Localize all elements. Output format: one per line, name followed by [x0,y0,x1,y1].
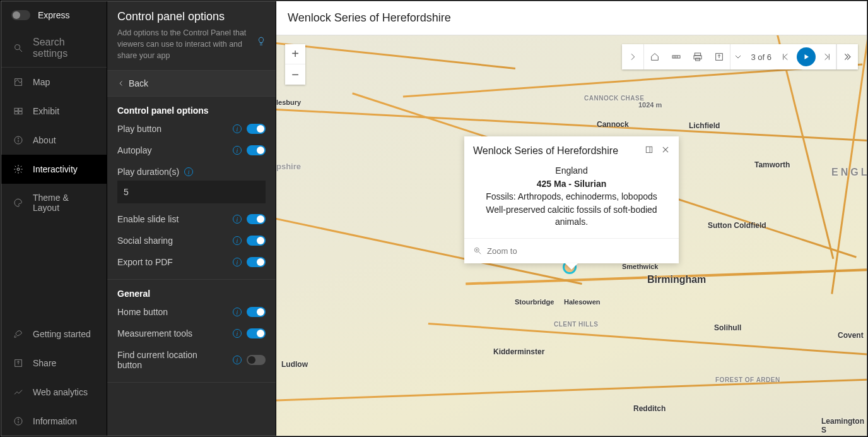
zoom-to-button[interactable]: Zoom to [464,239,679,263]
map-title-bar: Wenlock Series of Herefordshire [276,1,867,35]
popup-line: 425 Ma - Silurian [476,178,667,191]
map-title: Wenlock Series of Herefordshire [288,11,451,25]
map-icon [13,76,24,88]
print-button[interactable] [687,44,708,69]
lightbulb-icon[interactable] [255,35,267,47]
sidebar-item-label: Share [33,358,56,368]
info-icon[interactable]: i [233,308,242,316]
map-label: FOREST OF ARDEN [715,376,780,383]
sidebar-item-getting-started[interactable]: Getting started [1,320,107,349]
play-button[interactable] [797,47,816,66]
zoom-in-button[interactable]: + [285,44,305,64]
sidebar-item-label: Map [33,77,50,87]
panel-title: Control panel options [117,10,266,23]
toolbar-expand-left-button[interactable] [622,44,643,69]
option-label: Find current location button [117,350,212,370]
map-label: Halesowen [564,298,600,306]
toggle-measurement-tools[interactable] [247,328,266,338]
slide-list-dropdown[interactable] [730,44,746,69]
info-icon[interactable]: i [233,215,242,224]
option-home-button: Home button i [117,301,266,323]
sidebar-item-label: Information [33,416,77,426]
toggle-play-button[interactable] [247,124,266,134]
search-settings[interactable]: Search settings [1,29,107,68]
map-area[interactable]: Wenlock Series of Herefordshire CANNOCK … [276,1,867,436]
sidebar-item-about[interactable]: About [1,126,107,155]
play-duration-input[interactable] [117,181,266,203]
toggle-slide-list[interactable] [247,214,266,224]
last-slide-button[interactable] [818,44,836,69]
sidebar-item-interactivity[interactable]: Interactivity [1,155,107,184]
measure-button[interactable] [666,44,687,69]
toolbar-collapse-button[interactable] [836,44,858,69]
popup-title: Wenlock Series of Herefordshire [473,145,618,157]
info-icon[interactable]: i [233,236,242,245]
option-label: Export to PDF [117,257,173,267]
map-label: Redditch [633,404,666,413]
svg-rect-15 [672,56,680,58]
share-button[interactable] [708,44,730,69]
sidebar-item-theme-layout[interactable]: Theme & Layout [1,184,107,222]
toggle-social-sharing[interactable] [247,236,266,246]
section-general: General Home button i Measurement tools … [107,280,276,383]
info-icon[interactable]: i [233,146,242,155]
sidebar-item-label: Interactivity [33,164,78,174]
map-label: CLENT HILLS [554,321,599,328]
sidebar-item-information[interactable]: Information [1,407,107,436]
panel-header: Control panel options Add options to the… [107,1,276,71]
info-icon[interactable]: i [233,329,242,338]
toggle-autoplay[interactable] [247,145,266,155]
zoom-control: + − [285,44,305,85]
sidebar-item-label: Theme & Layout [33,193,95,213]
info-icon[interactable]: i [233,124,242,133]
svg-rect-21 [696,58,700,61]
back-button[interactable]: Back [107,71,276,97]
sidebar-item-exhibit[interactable]: Exhibit [1,97,107,126]
option-social-sharing: Social sharing i [117,230,266,251]
svg-marker-24 [805,54,809,59]
dock-icon[interactable] [645,145,654,157]
page-indicator: 3 of 6 [746,52,777,62]
home-button[interactable] [644,44,666,69]
first-slide-button[interactable] [777,44,794,69]
exhibit-icon [13,105,24,117]
sidebar-nav: Express Search settings Map Exhibit Abou… [1,1,107,436]
palette-icon [13,197,24,208]
info-icon[interactable]: i [233,258,242,266]
search-placeholder: Search settings [33,37,95,59]
zoom-out-button[interactable]: − [285,64,305,85]
sidebar-item-label: Getting started [33,329,91,339]
info-icon[interactable]: i [184,167,193,176]
sidebar-item-share[interactable]: Share [1,349,107,378]
option-label: Home button [117,307,168,317]
sidebar-item-label: Exhibit [33,106,59,116]
search-icon [13,42,24,54]
option-label: Play duration(s) [117,167,179,177]
popup-line: Fossils: Arthropods, echinoderms, lobopo… [476,191,667,203]
sidebar-item-web-analytics[interactable]: Web analytics [1,378,107,407]
toggle-home-button[interactable] [247,307,266,317]
svg-point-0 [15,45,20,50]
map-label: Leamington S [821,417,867,434]
rocket-icon [13,328,24,340]
back-label: Back [129,78,148,88]
info-icon[interactable]: i [233,356,242,364]
svg-point-9 [18,138,18,138]
map-label: CANNOCK CHASE [584,95,644,102]
option-label: Social sharing [117,236,173,246]
option-play-button: Play button i [117,118,266,140]
toggle-export-pdf[interactable] [247,257,266,267]
toggle-find-location[interactable] [247,355,266,365]
map-label: ENGLA [831,167,867,178]
express-toggle[interactable] [11,10,30,20]
map-popup: Wenlock Series of Herefordshire England … [464,136,679,263]
close-icon[interactable] [661,145,670,157]
section-control-panel-options: Control panel options Play button i Auto… [107,97,276,280]
map-label: Smethwick [622,263,658,270]
sidebar-item-label: About [33,135,56,145]
svg-rect-5 [15,112,18,114]
svg-point-10 [17,168,20,171]
analytics-icon [13,386,24,398]
sidebar-item-map[interactable]: Map [1,68,107,97]
svg-line-31 [479,252,481,254]
